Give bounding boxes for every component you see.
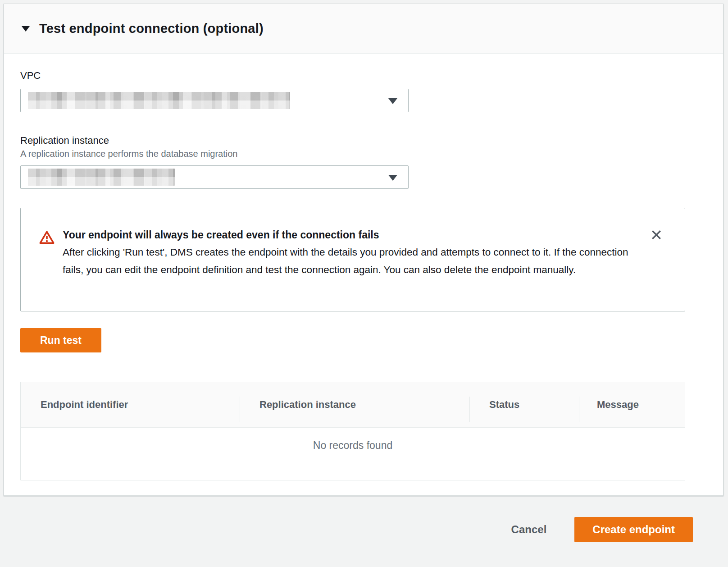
alert-title: Your endpoint will always be created eve… bbox=[63, 229, 635, 241]
replication-instance-description: A replication instance performs the data… bbox=[20, 149, 685, 159]
vpc-select[interactable] bbox=[20, 89, 409, 112]
create-endpoint-button[interactable]: Create endpoint bbox=[574, 517, 693, 542]
alert-body-text: After clicking 'Run test', DMS creates t… bbox=[63, 244, 635, 279]
replication-instance-select[interactable] bbox=[20, 165, 409, 189]
triangle-down-icon bbox=[388, 175, 397, 181]
section-body: VPC Replication instance A replication i… bbox=[4, 70, 723, 480]
column-header-replication-instance: Replication instance bbox=[240, 382, 469, 427]
section-header-toggle[interactable]: Test endpoint connection (optional) bbox=[4, 4, 723, 54]
cancel-button[interactable]: Cancel bbox=[511, 523, 547, 536]
column-header-message: Message bbox=[579, 382, 685, 427]
test-endpoint-panel: Test endpoint connection (optional) VPC … bbox=[4, 4, 723, 496]
warning-triangle-icon bbox=[39, 230, 55, 247]
footer-actions: Cancel Create endpoint bbox=[0, 517, 728, 542]
alert-content: Your endpoint will always be created eve… bbox=[63, 229, 635, 279]
triangle-down-icon bbox=[22, 26, 30, 32]
alert-close-button[interactable] bbox=[649, 227, 664, 242]
warning-alert: Your endpoint will always be created eve… bbox=[20, 208, 685, 311]
vpc-label: VPC bbox=[20, 70, 685, 82]
table-header-row: Endpoint identifier Replication instance… bbox=[21, 382, 685, 428]
close-icon bbox=[650, 228, 663, 242]
table-empty-state: No records found bbox=[21, 428, 685, 480]
section-title: Test endpoint connection (optional) bbox=[39, 21, 264, 36]
column-header-endpoint-identifier: Endpoint identifier bbox=[21, 382, 240, 427]
redacted-vpc-value bbox=[28, 92, 290, 109]
test-results-table: Endpoint identifier Replication instance… bbox=[20, 382, 685, 480]
redacted-replication-value bbox=[28, 169, 175, 186]
replication-instance-label: Replication instance bbox=[20, 135, 685, 146]
column-header-status: Status bbox=[469, 382, 579, 427]
replication-instance-field: Replication instance A replication insta… bbox=[20, 135, 685, 189]
triangle-down-icon bbox=[388, 98, 397, 104]
run-test-button[interactable]: Run test bbox=[20, 328, 101, 352]
vpc-field: VPC bbox=[20, 70, 685, 112]
no-records-message: No records found bbox=[313, 439, 392, 452]
